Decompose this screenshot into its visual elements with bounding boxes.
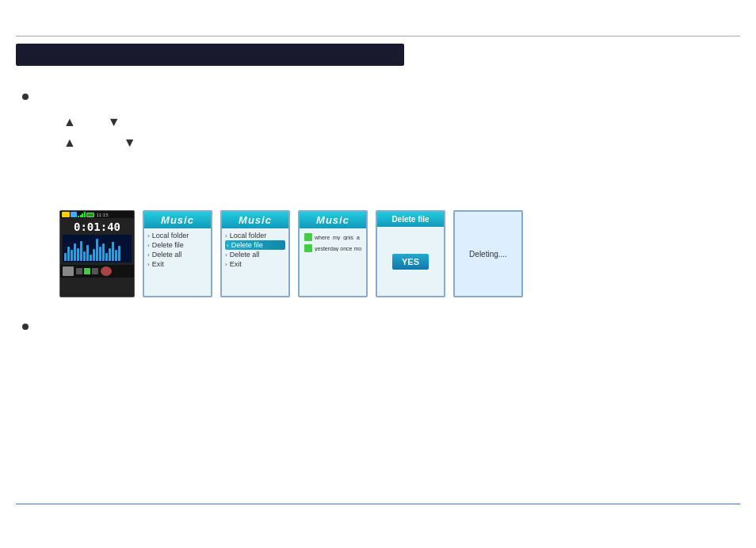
delete-dialog-title: Delete file (377, 212, 444, 227)
menu-arrow-icon: › (147, 242, 150, 249)
file-icon-1 (304, 233, 312, 241)
album-art (63, 266, 74, 276)
menu-title-1: Music (144, 212, 211, 228)
file-item-1[interactable]: where_my_gnis_a (301, 232, 365, 243)
status-bar: 11:15 (60, 211, 134, 218)
menu-arrow-icon: › (225, 232, 227, 240)
delete-dialog-screen: Delete file YES (376, 210, 445, 297)
menu-item-delete-file-1[interactable]: › Delete file (147, 240, 208, 250)
menu-label: Local folder (152, 232, 189, 240)
menu-item-local-folder-1[interactable]: › Local folder (147, 231, 208, 240)
top-divider (16, 36, 740, 36)
menu-arrow-icon: › (225, 261, 227, 268)
status-icon-1 (62, 212, 70, 217)
signal-bars (78, 212, 86, 217)
deleting-text: Deleting.... (469, 250, 507, 259)
status-icon-2 (71, 212, 77, 217)
play-btn[interactable] (84, 268, 90, 274)
playback-time: 0:01:40 (60, 218, 134, 233)
menu-arrow-icon: › (225, 251, 227, 259)
player-controls (60, 265, 134, 278)
arrows-area: ▲ ▼ ▲ ▼ (63, 115, 136, 150)
menu-item-local-folder-2[interactable]: › Local folder (225, 231, 285, 240)
battery-icon (86, 213, 94, 217)
arrow-down-icon: ▼ (108, 115, 120, 129)
deleting-screen: Deleting.... (453, 210, 523, 297)
file-item-2[interactable]: yesterday once mo (301, 243, 365, 254)
delete-dialog-body: YES (377, 227, 444, 296)
visualizer (63, 235, 132, 263)
arrow-up-icon: ▲ (63, 115, 76, 129)
prev-btn[interactable] (76, 268, 82, 274)
arrow-down-big-icon: ▼ (124, 136, 136, 150)
menu-items-1: › Local folder › Delete file › Delete al… (144, 228, 211, 271)
menu-item-exit-1[interactable]: › Exit (147, 259, 208, 269)
arrow-row-2: ▲ ▼ (63, 136, 136, 150)
menu-arrow-icon: › (147, 251, 150, 259)
bullet-1 (22, 94, 29, 100)
file-icon-2 (304, 244, 312, 252)
menu-label: Delete file (152, 241, 184, 249)
file-list-title: Music (300, 212, 366, 228)
menu-item-delete-file-2[interactable]: › Delete file (225, 240, 285, 250)
yes-button[interactable]: YES (392, 254, 429, 270)
menu-label: Delete all (152, 251, 182, 259)
menu-label: Delete file (231, 241, 263, 249)
music-menu-screen-1: Music › Local folder › Delete file › Del… (143, 210, 212, 297)
menu-arrow-icon: › (227, 242, 229, 249)
music-menu-screen-2: Music › Local folder › Delete file › Del… (220, 210, 290, 297)
time-display: 11:15 (97, 213, 109, 217)
bottom-divider (16, 504, 740, 504)
menu-title-2: Music (222, 212, 288, 228)
arrow-row-1: ▲ ▼ (63, 115, 136, 129)
bullet-2 (22, 324, 29, 330)
menu-item-delete-all-1[interactable]: › Delete all (147, 250, 208, 259)
menu-item-exit-2[interactable]: › Exit (225, 259, 285, 269)
menu-label: Delete all (230, 251, 260, 259)
screens-container: 11:15 0:01:40 (59, 210, 523, 297)
next-btn[interactable] (92, 268, 98, 274)
file-list-screen: Music where_my_gnis_a yesterday once mo (298, 210, 368, 297)
playback-buttons (76, 268, 98, 274)
header-bar (16, 44, 404, 66)
arrow-up-big-icon: ▲ (63, 136, 76, 150)
menu-arrow-icon: › (147, 261, 150, 268)
player-screen: 11:15 0:01:40 (59, 210, 135, 297)
menu-label: Exit (152, 260, 164, 268)
menu-arrow-icon: › (147, 232, 150, 240)
file-name-1: where_my_gnis_a (315, 235, 360, 240)
menu-item-delete-all-2[interactable]: › Delete all (225, 250, 285, 259)
menu-items-2: › Local folder › Delete file › Delete al… (222, 228, 288, 271)
menu-label: Local folder (230, 232, 267, 240)
file-name-2: yesterday once mo (315, 246, 361, 251)
face-icon (101, 266, 112, 276)
menu-label: Exit (230, 260, 242, 268)
file-list: where_my_gnis_a yesterday once mo (300, 228, 366, 257)
